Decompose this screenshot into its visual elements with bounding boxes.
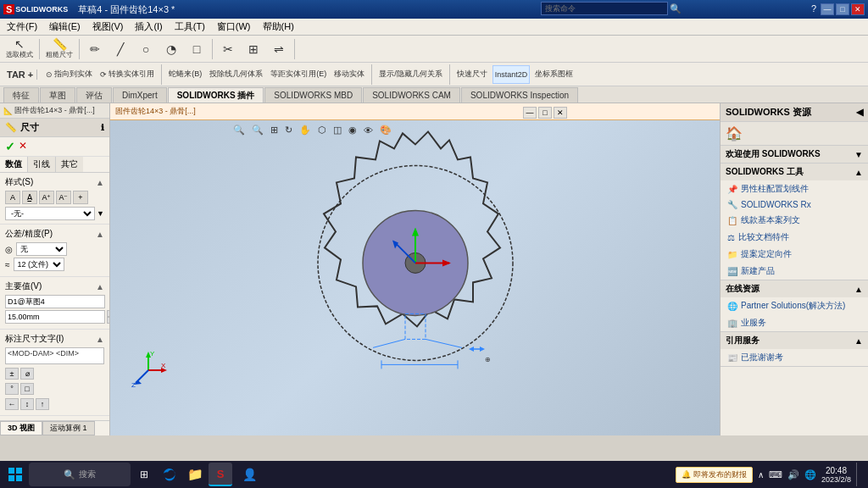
rp-item-case-orient[interactable]: 📁 提案定定向件 [721,246,868,263]
rp-item-batch-ref[interactable]: 📰 已批谢谢考 [721,349,868,366]
style-expand-btn[interactable]: ▲ [96,178,104,187]
style-btn-2[interactable]: A̲ [22,191,37,204]
tray-speaker-icon[interactable]: 🔊 [787,469,799,480]
text-icon-6[interactable]: ↕ [20,398,34,410]
file-explorer-button[interactable]: 📁 [183,463,207,486]
btab-3d[interactable]: 3D 视图 [0,421,42,435]
sketch-button[interactable]: ✏ [83,37,107,61]
taskview-button[interactable]: ⊞ [132,463,156,486]
text-icon-2[interactable]: ⌀ [20,368,34,380]
offset-ref-button[interactable]: 等距实体引用(E) [268,65,329,84]
label-text-expand-btn[interactable]: ▲ [96,335,104,344]
menu-insert[interactable]: 插入(I) [130,19,167,35]
style-btn-5[interactable]: + [73,191,88,204]
dim-value-input[interactable] [5,310,105,324]
subtab-value[interactable]: 数值 [0,157,28,172]
remove-geo-button[interactable]: 投除线几何体系 [207,65,265,84]
tray-keyboard-icon[interactable]: ⌨ [769,469,782,480]
tab-sketch[interactable]: 草图 [40,87,75,103]
edge-button[interactable] [158,463,181,486]
panel-info-icon[interactable]: ℹ [101,123,104,132]
arc-button[interactable]: ◔ [159,37,183,61]
search-input[interactable] [541,2,668,15]
rect-button[interactable]: □ [185,37,209,61]
rp-collapse[interactable]: ◀ [856,107,863,118]
rp-item-sw-rx[interactable]: 🔧 SOLIDWORKS Rx [721,197,868,212]
main-value-expand-btn[interactable]: ▲ [96,282,104,291]
rp-item-line-basic[interactable]: 📋 线款基本案列文 [721,212,868,229]
confirm-button[interactable]: ✓ [5,140,15,153]
style-btn-1[interactable]: A [5,191,20,204]
show-desktop-btn[interactable] [856,463,860,486]
rp-welcome-title[interactable]: 欢迎使用 SOLIDWORKS ▼ [721,146,868,163]
rp-item-partner[interactable]: 🌐 Partner Solutions(解决方法) [721,297,868,314]
mirror-button[interactable]: ⇌ [267,37,291,61]
windows-button[interactable] [3,463,27,486]
tab-sw-inspection[interactable]: SOLIDWORKS Inspection [461,87,578,103]
circle-button[interactable]: ○ [134,37,158,61]
menu-help[interactable]: 帮助(H) [258,19,299,35]
show-hide-relations-button[interactable]: 显示/隐藏几何关系 [376,65,445,84]
coord-frame-button[interactable]: 坐标系图框 [532,65,576,84]
unit-dropdown[interactable]: 无 [16,242,67,256]
rough-dimension-button[interactable]: 📏 粗糙尺寸 [43,37,75,61]
rp-item-service[interactable]: 🏢 业服务 [721,314,868,331]
menu-file[interactable]: 文件(F) [2,19,42,35]
style-btn-3[interactable]: A⁺ [39,191,54,204]
move-entity-button[interactable]: 移动实体 [331,65,367,84]
rp-item-compare-doc[interactable]: ⚖ 比较文档特件 [721,229,868,246]
trim-button[interactable]: ✂ [216,37,240,61]
dim-name-input[interactable] [5,295,105,308]
reject-button[interactable]: ✕ [19,140,27,153]
precision-dropdown[interactable]: 12 (文件) [14,258,64,271]
tab-features[interactable]: 特征 [3,87,39,103]
canvas-area[interactable]: 固件齿轮14×3 - 鼎骨[...] 🔍 🔍 ⊞ ↻ ✋ ⬡ ◫ ◉ 👁 🎨 —… [110,103,720,435]
tab-sw-cam[interactable]: SOLIDWORKS CAM [363,87,460,103]
tray-network-icon[interactable]: 🌐 [804,469,816,480]
rp-reference-title[interactable]: 引用服务 ▲ [721,332,868,349]
tab-evaluate[interactable]: 评估 [76,87,112,103]
tab-dimxpert[interactable]: DimXpert [113,87,167,103]
restore-button[interactable]: □ [836,3,849,15]
convert-entity-button[interactable]: ⟳ 转换实体引用 [97,65,157,84]
close-button[interactable]: ✕ [851,3,865,15]
offset-button[interactable]: ⊞ [242,37,265,61]
help-icon[interactable]: ? [809,3,819,15]
rp-item-male-pin[interactable]: 📌 男性柱配置划线件 [721,180,868,197]
menu-view[interactable]: 视图(V) [87,19,129,35]
tray-caret-icon[interactable]: ∧ [758,470,764,480]
minimize-button[interactable]: — [821,3,834,15]
rp-online-title[interactable]: 在线资源 ▲ [721,280,868,297]
tab-sw-addins[interactable]: SOLIDWORKS 插件 [168,87,264,103]
label-text-preview[interactable]: <MOD-DAM> <DIM> [5,347,104,364]
canvas-zoom-in[interactable]: 🔍 [231,124,248,136]
style-btn-4[interactable]: A⁻ [56,191,71,204]
menu-tools[interactable]: 工具(T) [170,19,210,35]
btab-motion[interactable]: 运动算例 1 [42,421,95,435]
snake-button[interactable]: 蛇蜷来(B) [166,65,204,84]
quick-dim-button[interactable]: 快速尺寸 [454,65,490,84]
tab-sw-mbd[interactable]: SOLIDWORKS MBD [264,87,362,103]
text-icon-1[interactable]: ± [5,368,19,380]
menu-edit[interactable]: 编辑(E) [44,19,86,35]
text-icon-7[interactable]: ↑ [36,398,49,410]
search-icon[interactable]: 🔍 [670,3,682,14]
home-icon[interactable]: 🏠 [726,125,743,141]
notification-popup[interactable]: 🔔 即将发布的财报 [676,467,753,483]
subtab-other[interactable]: 其它 [56,157,83,172]
user-avatar-button[interactable]: 👤 [237,463,261,486]
menu-window[interactable]: 窗口(W) [212,19,256,35]
style-dropdown[interactable]: -无- [5,207,95,220]
text-icon-3[interactable]: ° [5,383,19,395]
line-button[interactable]: ╱ [108,37,132,61]
instant2d-button[interactable]: Instant2D [492,65,531,84]
select-mode-button[interactable]: ↖ 选取模式 [3,37,36,61]
rp-item-new-product[interactable]: 🆕 新建产品 [721,263,868,280]
subtab-leader[interactable]: 引线 [28,157,56,172]
point-to-solid-button[interactable]: ⊙ 指向到实体 [43,65,95,84]
text-icon-5[interactable]: ← [5,398,19,410]
accuracy-expand-btn[interactable]: ▲ [96,230,104,239]
text-icon-4[interactable]: □ [20,383,34,395]
solidworks-taskbar-button[interactable]: S [209,463,232,486]
rp-tools-title[interactable]: SOLIDWORKS 工具 ▲ [721,164,868,180]
